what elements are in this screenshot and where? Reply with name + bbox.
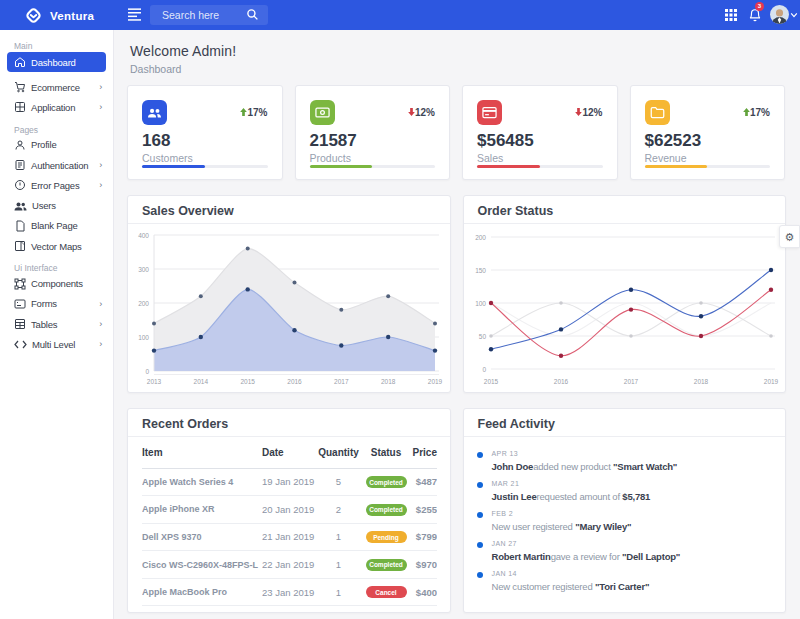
svg-text:2018: 2018 xyxy=(693,378,708,385)
svg-text:2016: 2016 xyxy=(553,378,568,385)
svg-text:2015: 2015 xyxy=(240,378,255,385)
svg-text:0: 0 xyxy=(482,366,486,373)
svg-text:100: 100 xyxy=(138,334,149,341)
svg-text:2018: 2018 xyxy=(381,378,396,385)
svg-text:2019: 2019 xyxy=(763,378,778,385)
svg-text:2014: 2014 xyxy=(194,378,209,385)
svg-text:150: 150 xyxy=(475,267,486,274)
svg-text:300: 300 xyxy=(138,266,149,273)
svg-text:2013: 2013 xyxy=(147,378,162,385)
svg-text:200: 200 xyxy=(475,234,486,241)
svg-text:2019: 2019 xyxy=(428,378,443,385)
svg-text:2017: 2017 xyxy=(334,378,349,385)
svg-text:2016: 2016 xyxy=(287,378,302,385)
svg-text:400: 400 xyxy=(138,232,149,239)
svg-text:50: 50 xyxy=(478,333,486,340)
svg-text:2015: 2015 xyxy=(483,378,498,385)
svg-text:0: 0 xyxy=(145,368,149,375)
svg-text:2017: 2017 xyxy=(623,378,638,385)
svg-text:200: 200 xyxy=(138,300,149,307)
svg-text:100: 100 xyxy=(475,300,486,307)
